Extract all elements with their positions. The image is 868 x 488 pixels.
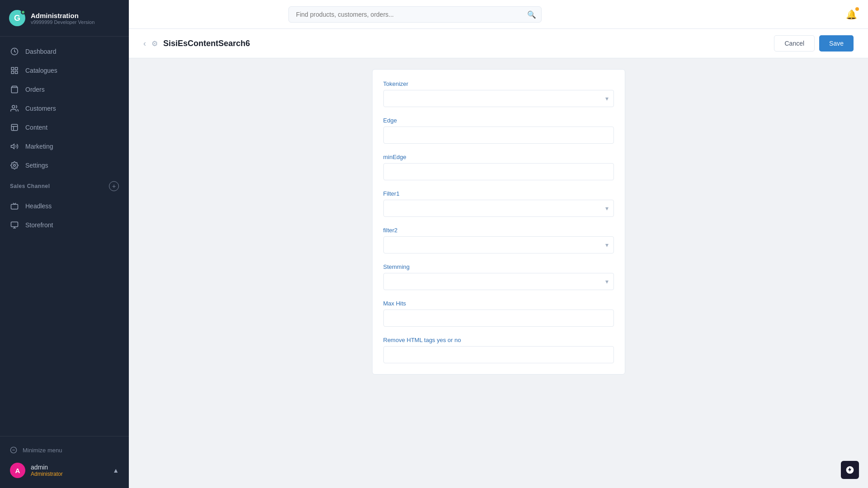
header-actions: Cancel Save (774, 35, 854, 52)
catalogues-icon (10, 66, 19, 75)
sidebar-header: G Administration v9999999 Developer Vers… (0, 0, 129, 37)
tokenizer-field: Tokenizer ▾ (383, 80, 614, 107)
svg-rect-7 (11, 124, 18, 131)
tokenizer-label: Tokenizer (383, 80, 614, 87)
edge-label: Edge (383, 117, 614, 124)
app-title: Administration (31, 12, 94, 19)
removehtml-label: Remove HTML tags yes or no (383, 337, 614, 343)
filter1-field: Filter1 ▾ (383, 190, 614, 217)
sales-channel-section: Sales Channel + (0, 175, 129, 197)
svg-marker-8 (11, 144, 14, 149)
maxhits-field: Max Hits (383, 300, 614, 327)
marketing-icon (10, 142, 19, 151)
sidebar: G Administration v9999999 Developer Vers… (0, 0, 129, 488)
sidebar-item-label: Orders (25, 86, 45, 93)
user-menu[interactable]: A admin Administrator ▲ (0, 458, 129, 483)
sidebar-item-headless[interactable]: Headless (0, 197, 129, 216)
add-sales-channel-button[interactable]: + (109, 181, 119, 191)
chevron-up-icon: ▲ (113, 467, 119, 474)
avatar: A (10, 463, 25, 478)
svg-point-6 (12, 105, 15, 108)
cancel-button[interactable]: Cancel (774, 35, 815, 52)
sidebar-bottom: Minimize menu A admin Administrator ▲ (0, 436, 129, 488)
sidebar-item-label: Content (25, 124, 47, 131)
content-icon (10, 123, 19, 132)
back-button[interactable]: ‹ (143, 39, 146, 48)
save-button[interactable]: Save (819, 35, 854, 52)
orders-icon (10, 85, 19, 94)
svg-rect-11 (11, 222, 18, 227)
page-header: ‹ ⚙ SisiEsContentSearch6 Cancel Save (129, 29, 868, 58)
stemming-field: Stemming ▾ (383, 263, 614, 290)
filter1-select[interactable] (383, 200, 614, 217)
form-card: Tokenizer ▾ Edge minEdge (372, 69, 625, 375)
removehtml-input[interactable] (383, 346, 614, 363)
logo-letter: G (14, 14, 20, 23)
svg-rect-1 (11, 67, 14, 70)
settings-icon[interactable]: ⚙ (151, 39, 158, 48)
svg-rect-2 (15, 67, 18, 70)
search-icon[interactable]: 🔍 (527, 10, 536, 19)
search-bar: 🔍 (288, 6, 542, 23)
topbar-right: 🔔 (846, 9, 857, 20)
svg-point-9 (14, 164, 16, 167)
settings-icon (10, 161, 19, 170)
status-dot (21, 10, 25, 14)
edge-input[interactable] (383, 127, 614, 144)
minimize-label: Minimize menu (23, 447, 62, 454)
minedge-field: minEdge (383, 154, 614, 180)
sidebar-item-marketing[interactable]: Marketing (0, 137, 129, 156)
sidebar-item-label: Storefront (25, 221, 53, 229)
app-logo: G (9, 10, 25, 26)
minedge-input[interactable] (383, 163, 614, 180)
filter2-label: filter2 (383, 227, 614, 234)
sidebar-item-label: Catalogues (25, 67, 57, 74)
storefront-icon (10, 221, 19, 230)
sidebar-item-content[interactable]: Content (0, 118, 129, 137)
removehtml-field: Remove HTML tags yes or no (383, 337, 614, 363)
sidebar-nav: Dashboard Catalogues Orders (0, 37, 129, 436)
sidebar-item-label: Settings (25, 162, 48, 169)
user-name: admin (31, 464, 63, 471)
user-role: Administrator (31, 471, 63, 477)
search-input[interactable] (288, 6, 542, 23)
topbar: 🔍 🔔 (129, 0, 868, 29)
notification-badge (855, 7, 859, 11)
stemming-label: Stemming (383, 263, 614, 270)
sidebar-item-orders[interactable]: Orders (0, 80, 129, 99)
sales-channel-label: Sales Channel (10, 183, 50, 189)
sidebar-item-catalogues[interactable]: Catalogues (0, 61, 129, 80)
sidebar-item-storefront[interactable]: Storefront (0, 216, 129, 235)
page-title: SisiEsContentSearch6 (163, 39, 250, 48)
notification-button[interactable]: 🔔 (846, 9, 857, 20)
sidebar-item-label: Headless (25, 202, 52, 210)
filter2-field: filter2 ▾ (383, 227, 614, 253)
dashboard-icon (10, 47, 19, 56)
content-area: ‹ ⚙ SisiEsContentSearch6 Cancel Save Tok… (129, 29, 868, 488)
svg-rect-10 (11, 204, 18, 209)
sidebar-item-label: Marketing (25, 143, 53, 150)
sidebar-item-dashboard[interactable]: Dashboard (0, 42, 129, 61)
svg-rect-4 (11, 71, 14, 74)
sidebar-item-settings[interactable]: Settings (0, 156, 129, 175)
sidebar-item-label: Dashboard (25, 48, 57, 55)
minedge-label: minEdge (383, 154, 614, 160)
edge-field: Edge (383, 117, 614, 144)
form-scroll-area: Tokenizer ▾ Edge minEdge (129, 58, 868, 488)
sidebar-item-label: Customers (25, 105, 56, 112)
symfony-debug-button[interactable] (841, 461, 859, 479)
filter1-label: Filter1 (383, 190, 614, 197)
maxhits-input[interactable] (383, 310, 614, 327)
main-area: 🔍 🔔 ‹ ⚙ SisiEsContentSearch6 Cancel Save (129, 0, 868, 488)
tokenizer-select[interactable] (383, 90, 614, 107)
sidebar-item-customers[interactable]: Customers (0, 99, 129, 118)
customers-icon (10, 104, 19, 113)
filter2-select[interactable] (383, 236, 614, 253)
stemming-select[interactable] (383, 273, 614, 290)
minimize-menu-button[interactable]: Minimize menu (0, 442, 129, 458)
svg-rect-3 (15, 71, 18, 74)
app-version: v9999999 Developer Version (31, 19, 94, 25)
maxhits-label: Max Hits (383, 300, 614, 307)
headless-icon (10, 202, 19, 211)
